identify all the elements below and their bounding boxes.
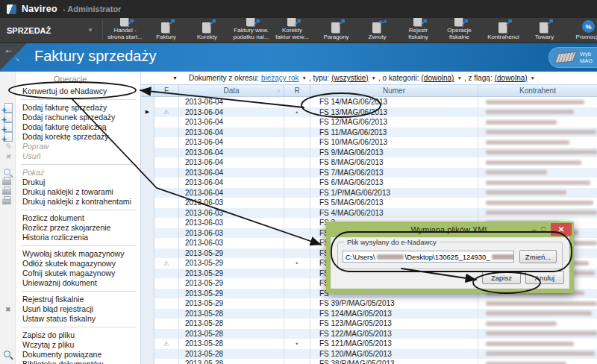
sidebar-item-dodaj-fakturę-sprzedaży[interactable]: Dodaj fakturę sprzedaży <box>0 103 140 113</box>
warning-cell <box>154 289 179 299</box>
table-row[interactable]: 2013-05-28FS 123/MAG/05/2013 <box>141 318 597 329</box>
table-row[interactable]: 2013-06-03FS 4/MAG/06/2013 <box>141 208 597 219</box>
toolbar-item-promocje[interactable]: %Promocje <box>568 18 597 43</box>
cancel-button[interactable]: Anuluj <box>525 271 564 284</box>
sidebar-item-wywołaj-skutek-magazynowy[interactable]: Wywołaj skutek magazynowy <box>0 249 140 259</box>
toolbar-item-towary[interactable]: ↗Towary <box>524 18 565 43</box>
filter-flag-value[interactable]: (dowolna) <box>495 74 528 82</box>
toolbar-item-label: Faktury wew. podatku nal... <box>233 28 269 41</box>
sidebar-item-unieważnij-dokument[interactable]: Unieważnij dokument <box>0 278 140 288</box>
warehouse-pill[interactable]: WybMAG <box>548 47 597 68</box>
header-data[interactable]: Data▿ <box>179 85 284 96</box>
sidebar-item-dokumenty-powiązane[interactable]: Dokumenty powiązane <box>0 350 140 360</box>
minimize-button[interactable]: – <box>532 226 537 233</box>
filter-type-value[interactable]: (wszystkie) <box>331 74 368 82</box>
table-row[interactable]: 2013-06-04FS 14/MAG/06/2013 <box>141 97 597 107</box>
header-indicator[interactable] <box>141 85 154 96</box>
header-flag[interactable]: F <box>154 85 179 96</box>
sidebar-item-drukuj[interactable]: Drukuj <box>0 178 140 187</box>
toolbar-item-rejestr-fiskalny[interactable]: ↗Rejestr fiskalny <box>398 18 439 43</box>
row-indicator-cell <box>141 228 154 239</box>
fiscal-cell: ▪ <box>284 339 310 349</box>
close-button[interactable]: ✕ <box>551 223 572 236</box>
redacted-kontrahent <box>486 150 597 154</box>
sidebar-item-label: Pokaż <box>22 168 44 177</box>
toolbar-item-paragony[interactable]: ↗Paragony <box>316 18 357 43</box>
header-kontrahent[interactable]: Kontrahent <box>478 85 597 96</box>
toolbar-item-faktury-wew-podatku-nal[interactable]: ↗Faktury wew. podatku nal... <box>231 18 272 43</box>
date-cell: 2013-06-04 <box>179 148 284 158</box>
sidebar-item-rozlicz-przez-skojarzenie[interactable]: Rozlicz przez skojarzenie <box>0 223 140 233</box>
toolbar-item-korekty-faktur-wew[interactable]: ↗Korekty faktur wew... <box>272 18 313 43</box>
table-row[interactable]: 2013-05-28FS 122/MAG/05/2013 <box>141 329 597 339</box>
table-row[interactable]: 2013-06-04FS 10/MAG/06/2013 <box>141 137 597 148</box>
filter-category-value[interactable]: (dowolna) <box>422 74 454 82</box>
module-selector[interactable]: SPRZEDAŻ ▼ <box>0 18 101 43</box>
toolbar-item-korekty[interactable]: ↗Korekty <box>187 18 228 43</box>
table-row[interactable]: 2013-06-04FS 1/P/MAG/06/2013 <box>141 188 597 198</box>
toolbar-item-zwroty[interactable]: ↩Zwroty <box>357 18 398 43</box>
sidebar-item-dodaj-rachunek-sprzedaży[interactable]: Dodaj rachunek sprzedaży <box>0 113 140 122</box>
table-row[interactable]: 2013-06-04FS 6/MAG/06/2013 <box>141 178 597 188</box>
back-arrow-icon[interactable]: ← <box>4 44 13 55</box>
table-row[interactable]: 2013-05-28FS 124/MAG/05/2013 <box>141 309 597 319</box>
fiscal-cell <box>284 329 310 339</box>
sidebar-item-konwertuj-do-enadawcy[interactable]: Konwertuj do eNadawcy <box>0 87 140 96</box>
table-row[interactable]: ▶⚠2013-06-04▪FS 13/MAG/06/2013 <box>141 107 597 118</box>
sidebar-item-wczytaj-z-pliku[interactable]: Wczytaj z pliku <box>0 340 140 350</box>
filter-period-value[interactable]: bieżący rok <box>261 74 299 82</box>
table-row[interactable]: ⚠2013-05-28▪FS 121/MAG/05/2013 <box>141 339 597 349</box>
toolbar-item-operacje-fiskalne[interactable]: ↗Operacje fiskalne <box>439 18 480 43</box>
file-groupbox: Plik wysyłany do e-Nadawcy C:\Users\\Des… <box>337 242 563 269</box>
row-indicator-cell <box>141 309 154 319</box>
sidebar-item-drukuj-naklejki-z-kontrahentami[interactable]: Drukuj naklejki z kontrahentami <box>0 197 140 207</box>
warning-cell: ⚠ <box>154 258 179 269</box>
sidebar-item-drukuj-naklejki-z-towarami[interactable]: Drukuj naklejki z towarami <box>0 187 140 197</box>
change-button[interactable]: Zmień... <box>519 250 557 263</box>
sidebar-item-biblioteka-dokumentów[interactable]: Biblioteka dokumentów <box>0 360 140 364</box>
sidebar-item-historia-rozliczenia[interactable]: Historia rozliczenia <box>0 233 140 242</box>
table-row[interactable]: 2013-05-28FS 120/MAG/05/2013 <box>141 349 597 360</box>
numer-cell: FS 5/MAG/06/2013 <box>310 198 478 208</box>
toolbar-item-faktury[interactable]: ↗Faktury <box>146 18 187 43</box>
table-row[interactable]: 2013-05-29FS 39/P/MAG/05/2013 <box>141 298 597 309</box>
sidebar-item-rozlicz-dokument[interactable]: Rozlicz dokument <box>0 213 140 223</box>
dialog-titlebar[interactable]: Wymiana plików XML – □ ✕ <box>326 222 574 237</box>
table-row[interactable]: 2013-06-03FS 5/MAG/06/2013 <box>141 198 597 208</box>
faktury-wew-podatku-nal-icon: ↗ <box>243 19 260 27</box>
sidebar-item-usuń-błąd-rejestracji[interactable]: Usuń błąd rejestracji <box>0 304 140 314</box>
sidebar-item-ustaw-status-fiskalny[interactable]: Ustaw status fiskalny <box>0 314 140 324</box>
expand-corner-icon[interactable]: ↘ <box>14 55 20 63</box>
sidebar-item-rejestruj-fiskalnie[interactable]: Rejestruj fiskalnie <box>0 295 140 304</box>
sidebar-item-dodaj-fakturę-detaliczną[interactable]: Dodaj fakturę detaliczną <box>0 122 140 132</box>
header-numer[interactable]: Numer <box>310 85 478 96</box>
maximize-button[interactable]: □ <box>542 226 546 233</box>
header-r[interactable]: R <box>284 85 310 96</box>
toolbar-item-kontrahenci[interactable]: ↗Kontrahenci <box>483 18 524 43</box>
sidebar-item-cofnij-skutek-magazynowy[interactable]: Cofnij skutek magazynowy <box>0 269 140 278</box>
table-row[interactable]: 2013-06-04FS 8/MAG/06/2013 <box>141 157 597 168</box>
table-row[interactable]: 2013-06-04FS 7/MAG/06/2013 <box>141 168 597 178</box>
table-row[interactable]: 2013-06-04FS 9/MAG/06/2013 <box>141 148 597 158</box>
table-row[interactable]: 2013-06-04FS 11/MAG/06/2013 <box>141 128 597 138</box>
toolbar-separator <box>102 20 103 40</box>
filter-category-label: , o kategorii: <box>378 74 419 82</box>
row-indicator-cell <box>141 298 154 309</box>
file-path-input[interactable]: C:\Users\\Desktop\130625_124930_.xml <box>343 251 514 263</box>
korekty-icon: ↗ <box>199 19 216 34</box>
fiscal-cell <box>284 218 310 228</box>
warning-cell <box>154 269 179 279</box>
sidebar-item-label: Usuń <box>22 151 41 160</box>
column-chooser-icon[interactable]: ▼ <box>172 75 178 81</box>
toolbar-item-handel-strona-start[interactable]: ↗Handel - strona start... <box>104 18 146 43</box>
row-indicator-cell <box>141 269 154 279</box>
fiscal-cell <box>284 157 310 168</box>
save-button[interactable]: Zapisz <box>482 271 521 284</box>
numer-cell: FS 123/MAG/05/2013 <box>310 318 478 329</box>
sidebar-item-label: Wczytaj z pliku <box>22 340 74 349</box>
table-row[interactable]: 2013-06-04FS 12/MAG/06/2013 <box>141 117 597 128</box>
table-row[interactable]: 2013-05-28FS 38/P/MAG/05/2013 <box>141 359 597 364</box>
sidebar-item-dodaj-korektę-sprzedaży[interactable]: Dodaj korektę sprzedaży <box>0 132 140 142</box>
sidebar-item-zapisz-do-pliku[interactable]: Zapisz do pliku <box>0 330 140 340</box>
sidebar-item-odłóż-skutek-magazynowy[interactable]: Odłóż skutek magazynowy <box>0 259 140 269</box>
